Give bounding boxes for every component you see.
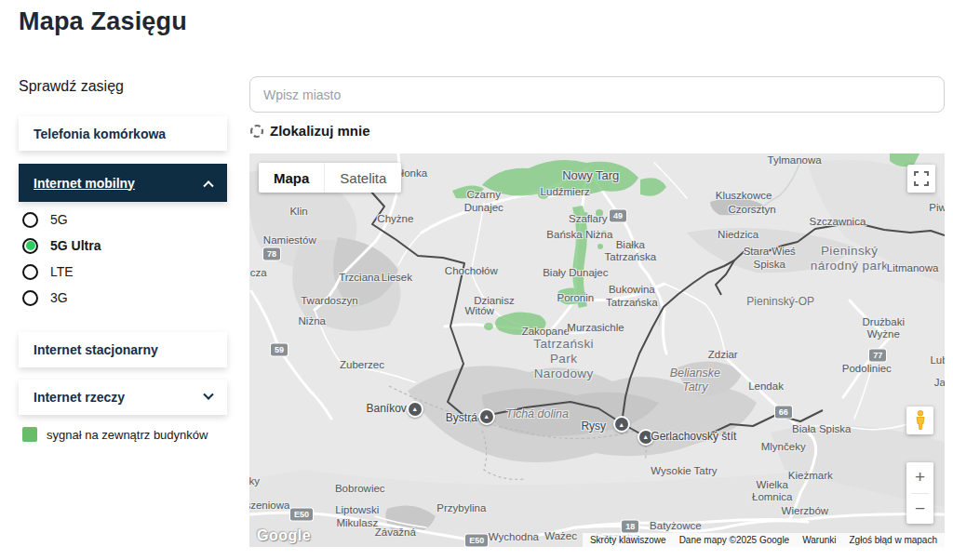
- radio-label: LTE: [50, 264, 74, 279]
- sidebar-item-internet-rzeczy[interactable]: Internet rzeczy: [19, 380, 227, 415]
- map-type-control: Mapa Satelita: [259, 163, 401, 193]
- map-label: Wysokie Tatry: [651, 465, 717, 478]
- map-label: ky: [249, 475, 260, 488]
- card-label: Internet stacjonarny: [34, 342, 158, 357]
- peak-marker-icon: ▲: [478, 408, 495, 425]
- map-label: Lub: [930, 355, 945, 368]
- legend-label: sygnał na zewnątrz budynków: [47, 428, 208, 442]
- locate-me-label: Zlokalizuj mnie: [270, 123, 370, 139]
- map-label: Biały Dunajec: [543, 268, 608, 281]
- map-label: Czarny Dunajec: [464, 190, 503, 215]
- map-label: Gerlachovský štít: [651, 430, 736, 443]
- map-label: Bystrá: [446, 411, 477, 424]
- check-coverage-subtitle: Sprawdź zasięg: [19, 78, 124, 95]
- pegman-icon: [915, 410, 926, 431]
- card-label: Telefonia komórkowa: [34, 127, 166, 141]
- fullscreen-button[interactable]: [907, 165, 935, 193]
- map-labels-layer: ▲▲▲▲JabłonkaNowy TargLudźmierzTylmanowaK…: [249, 153, 945, 547]
- sidebar-item-internet-mobilny[interactable]: Internet mobilny: [19, 164, 227, 202]
- peak-marker-icon: ▲: [613, 416, 630, 433]
- pegman-button[interactable]: [906, 407, 933, 434]
- map-label: Niżna: [299, 315, 326, 328]
- map-label: Klin: [289, 206, 307, 219]
- map-label: Niedzica: [718, 229, 758, 242]
- sidebar-item-internet-stacjonarny[interactable]: Internet stacjonarny: [19, 332, 227, 367]
- map-label: Batyżowce: [650, 520, 702, 533]
- radio-option-3g[interactable]: 3G: [22, 285, 227, 311]
- map-label: Poronin: [557, 292, 595, 305]
- road-shield: 78: [263, 247, 280, 260]
- map-label: Murzasichle: [567, 322, 624, 335]
- coverage-legend: sygnał na zewnątrz budynków: [22, 427, 208, 442]
- road-shield: 66: [775, 407, 792, 419]
- radio-label: 3G: [50, 290, 68, 305]
- map-label: Rysy: [581, 420, 606, 433]
- google-logo[interactable]: Google: [257, 527, 311, 544]
- radio-group: 5G5G UltraLTE3G: [22, 207, 227, 311]
- map-label: Biała Spiska: [792, 424, 851, 437]
- map-label: Tatrzański Park Narodowy: [533, 337, 594, 381]
- map-label: Baníkov: [366, 402, 406, 415]
- crosshair-icon: [249, 124, 264, 139]
- legend-color-swatch: [22, 427, 37, 442]
- map-label: Tichá dolina: [506, 407, 569, 421]
- map-label: szeniowa: [249, 500, 289, 513]
- map-label: Szczawnica: [810, 216, 866, 229]
- map-type-map-button[interactable]: Mapa: [259, 163, 324, 193]
- zoom-control: + −: [906, 462, 933, 524]
- radio-circle: [22, 212, 38, 228]
- map-label: Bobrowiec: [335, 483, 385, 496]
- map-label: Wierzbów: [782, 505, 828, 518]
- map-label: Nowy Targ: [562, 168, 619, 182]
- map-label: Litmanowa: [887, 262, 939, 275]
- card-label: Internet rzeczy: [34, 390, 125, 405]
- map-label: cza: [250, 267, 267, 280]
- radio-label: 5G Ultra: [50, 238, 101, 253]
- map-label: Ja: [934, 378, 945, 391]
- sidebar-item-telefonia-komorkowa[interactable]: Telefonia komórkowa: [19, 116, 227, 151]
- locate-me-button[interactable]: Zlokalizuj mnie: [249, 123, 370, 139]
- search-input[interactable]: [249, 76, 945, 113]
- map-label: Czorsztyn: [729, 205, 776, 218]
- map-label: Piw: [929, 202, 945, 215]
- map-label: Witów: [465, 305, 494, 318]
- radio-option-5g[interactable]: 5G: [22, 207, 227, 233]
- radio-option-lte[interactable]: LTE: [22, 259, 227, 285]
- map-attribution: Skróty klawiszoweDane mapy ©2025 GoogleW…: [583, 533, 945, 547]
- map-label: Chochołów: [445, 265, 498, 278]
- map-label: Lendak: [748, 380, 784, 393]
- map-label: Tylmanowa: [768, 154, 822, 167]
- radio-option-5g-ultra[interactable]: 5G Ultra: [22, 233, 227, 259]
- card-label: Internet mobilny: [34, 176, 135, 191]
- road-shield: 18: [622, 521, 638, 533]
- attribution-link[interactable]: Warunki: [802, 535, 836, 545]
- attribution-link[interactable]: Dane mapy ©2025 Google: [679, 535, 790, 545]
- attribution-link[interactable]: Skróty klawiszowe: [590, 535, 666, 545]
- map-label: Závažná: [375, 527, 416, 540]
- page-title: Mapa Zasięgu: [19, 7, 187, 36]
- map-type-satellite-button[interactable]: Satelita: [324, 163, 401, 193]
- map-label: Mlynčeky: [761, 441, 806, 454]
- attribution-link[interactable]: Zgłoś błąd w mapach: [850, 535, 938, 545]
- map-label: Belianske Tatry: [670, 367, 720, 395]
- map-label: Ważec: [544, 531, 577, 544]
- map-label: Kluszkowce: [716, 190, 772, 203]
- map-label: Stara Wieś Spiska: [744, 247, 796, 272]
- radio-circle: [22, 264, 38, 280]
- map-label: Wychodna: [489, 531, 539, 544]
- zoom-in-button[interactable]: +: [906, 462, 933, 493]
- fullscreen-icon: [914, 171, 929, 186]
- map-label: Drużbaki Wyżne: [863, 316, 905, 341]
- radio-circle: [22, 290, 38, 306]
- map-label: Wielka Łomnica: [752, 479, 792, 504]
- map-label: Trzciana: [339, 272, 380, 285]
- zoom-out-button[interactable]: −: [906, 494, 933, 525]
- map-label: Bukowina Tatrzańska: [606, 284, 658, 309]
- map-label: Kieżmark: [788, 471, 833, 484]
- map-label: Pieninský-OP: [746, 295, 814, 308]
- map-label: Białka Tatrzańska: [605, 239, 657, 264]
- chevron-up-icon: [203, 180, 213, 191]
- map-viewport[interactable]: ▲▲▲▲JabłonkaNowy TargLudźmierzTylmanowaK…: [249, 153, 945, 547]
- peak-marker-icon: ▲: [407, 401, 423, 418]
- radio-circle: [22, 238, 38, 254]
